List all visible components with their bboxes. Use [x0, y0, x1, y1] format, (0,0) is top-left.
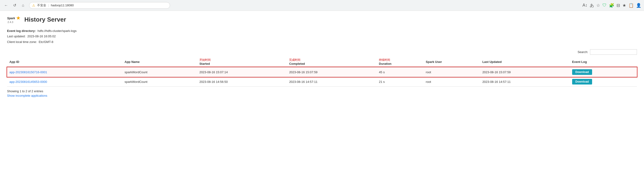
cell-duration: 45 s — [376, 67, 424, 77]
separator: | — [48, 4, 49, 7]
warning-icon: ⚠ — [32, 4, 35, 7]
search-input[interactable] — [590, 49, 637, 55]
shield-icon[interactable]: 🛡 — [602, 3, 607, 8]
timezone-label: Client local time zone: — [7, 40, 37, 44]
col-duration: 持续时间 Duration — [376, 56, 424, 67]
last-updated-label: Last updated: — [7, 34, 26, 38]
table-header-row: App ID App Name 开始时间 Started 完成时间 Comple… — [7, 56, 637, 67]
extension-icon[interactable]: 🧩 — [609, 3, 614, 8]
event-log-value: hdfs://hdfs-cluster/spark-logs — [38, 29, 76, 33]
cell-completed: 2023-08-16 14:57:11 — [287, 77, 376, 86]
cell-app-id: app-20230816150716-0001 — [7, 67, 122, 77]
cell-event-log: Download — [570, 67, 637, 77]
col-last-updated: Last Updated — [480, 56, 570, 67]
app-id-link[interactable]: app-20230816145653-0000 — [10, 80, 47, 84]
spark-text: Spark — [7, 16, 15, 20]
table-row: app-20230816150716-0001sparkWordCount202… — [7, 67, 637, 77]
col-app-name: App Name — [122, 56, 197, 67]
spark-star-icon: ★ — [16, 16, 21, 21]
cell-duration: 21 s — [376, 77, 424, 86]
url-display: hadoop11:18080 — [51, 4, 74, 7]
cell-spark-user: root — [424, 67, 480, 77]
cell-app-name: sparkWordCount — [122, 77, 197, 86]
info-section: Event log directory: hdfs://hdfs-cluster… — [7, 28, 637, 44]
cell-last-updated: 2023-08-16 14:57:11 — [480, 77, 570, 86]
timezone-value: Etc/GMT-8 — [39, 40, 53, 44]
col-app-id: App ID — [7, 56, 122, 67]
cell-started: 2023-08-16 15:07:14 — [197, 67, 287, 77]
split-icon[interactable]: ⊟ — [616, 3, 620, 8]
cell-last-updated: 2023-08-16 15:07:59 — [480, 67, 570, 77]
spark-logo: Spark ★ 2.4.3 — [7, 16, 21, 24]
refresh-button[interactable]: ↺ — [11, 2, 18, 9]
profile-icon[interactable]: 👤 — [636, 3, 641, 8]
download-button[interactable]: Download — [572, 69, 592, 75]
search-bar: Search: — [7, 49, 637, 55]
cell-event-log: Download — [570, 77, 637, 86]
col-spark-user: Spark User — [424, 56, 480, 67]
page-content: Spark ★ 2.4.3 History Server Event log d… — [0, 11, 644, 102]
warning-text: 不安全 — [37, 3, 46, 8]
spark-brand: Spark ★ 2.4.3 — [7, 16, 21, 24]
collection-icon[interactable]: 📋 — [628, 3, 634, 8]
show-incomplete-link[interactable]: Show incomplete applications — [7, 94, 637, 98]
last-updated-value: 2023-08-16 16:05:02 — [27, 34, 56, 38]
event-log-label: Event log directory: — [7, 29, 36, 33]
cell-app-id: app-20230816145653-0000 — [7, 77, 122, 86]
app-id-link[interactable]: app-20230816150716-0001 — [10, 70, 47, 74]
col-started: 开始时间 Started — [197, 56, 287, 67]
table-wrapper: App ID App Name 开始时间 Started 完成时间 Comple… — [7, 56, 637, 86]
entries-text: Showing 1 to 2 of 2 entries — [7, 90, 43, 93]
download-button[interactable]: Download — [572, 79, 592, 84]
translate-icon[interactable]: A↕ — [582, 3, 588, 8]
nav-buttons: ← ↺ ⌂ — [3, 2, 26, 9]
cell-spark-user: root — [424, 77, 480, 86]
browser-actions: A↕ あ ☆ 🛡 🧩 ⊟ ★ 📋 👤 — [582, 2, 641, 8]
table-row: app-20230816145653-0000sparkWordCount202… — [7, 77, 637, 86]
reader-icon[interactable]: あ — [590, 2, 594, 8]
footer: Showing 1 to 2 of 2 entries Show incompl… — [7, 90, 637, 98]
browser-chrome: ← ↺ ⌂ ⚠ 不安全 | hadoop11:18080 A↕ あ ☆ 🛡 🧩 … — [0, 0, 644, 11]
page-title: History Server — [24, 16, 66, 23]
header: Spark ★ 2.4.3 History Server — [7, 16, 637, 24]
search-label: Search: — [578, 50, 588, 54]
address-bar[interactable]: ⚠ 不安全 | hadoop11:18080 — [29, 2, 170, 9]
col-event-log: Event Log — [570, 56, 637, 67]
cell-started: 2023-08-16 14:56:50 — [197, 77, 287, 86]
bookmark-icon[interactable]: ☆ — [596, 3, 600, 8]
cell-app-name: sparkWordCount — [122, 67, 197, 77]
home-button[interactable]: ⌂ — [20, 2, 26, 9]
col-completed: 完成时间 Completed — [287, 56, 376, 67]
spark-version: 2.4.3 — [8, 21, 13, 24]
app-table: App ID App Name 开始时间 Started 完成时间 Comple… — [7, 56, 637, 86]
cell-completed: 2023-08-16 15:07:59 — [287, 67, 376, 77]
favorites-icon[interactable]: ★ — [622, 3, 626, 8]
back-button[interactable]: ← — [3, 2, 10, 9]
